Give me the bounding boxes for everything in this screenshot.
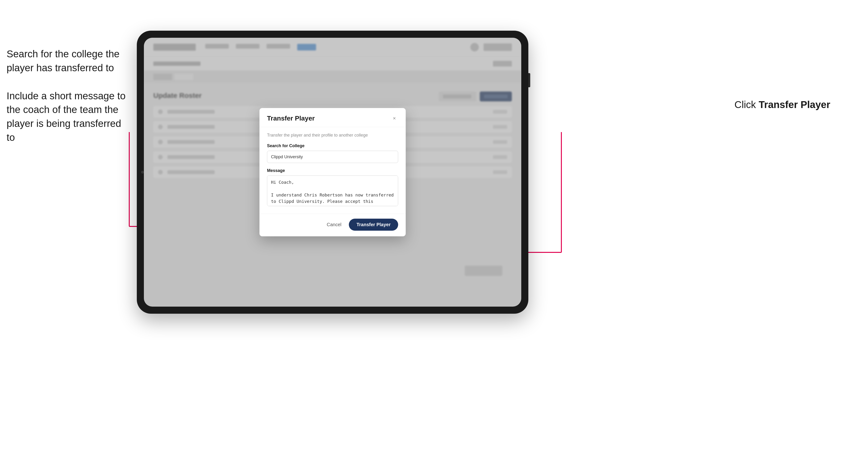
modal-footer: Cancel Transfer Player [259, 214, 406, 236]
cancel-button[interactable]: Cancel [323, 220, 345, 230]
transfer-player-modal[interactable]: Transfer Player × Transfer the player an… [259, 108, 406, 236]
search-college-label: Search for College [267, 144, 398, 148]
annotation-right-bold: Transfer Player [758, 99, 830, 110]
tablet-side-button [528, 73, 530, 87]
annotation-right: Click Transfer Player [735, 99, 830, 111]
tablet-device: Update Roster [137, 31, 528, 314]
search-college-input[interactable] [267, 151, 398, 163]
annotation-left: Search for the college the player has tr… [7, 47, 129, 159]
message-label: Message [267, 168, 398, 173]
annotation-right-prefix: Click [735, 99, 759, 110]
modal-header: Transfer Player × [259, 108, 406, 127]
tablet-camera [141, 171, 144, 174]
modal-title: Transfer Player [267, 115, 315, 122]
tablet-screen: Update Roster [144, 38, 521, 307]
modal-subtitle: Transfer the player and their profile to… [267, 133, 398, 138]
annotation-text-2: Include a short message to the coach of … [7, 89, 129, 145]
transfer-player-button[interactable]: Transfer Player [349, 219, 398, 231]
modal-overlay: Transfer Player × Transfer the player an… [144, 38, 521, 307]
annotation-text-1: Search for the college the player has tr… [7, 47, 129, 75]
modal-body: Transfer the player and their profile to… [259, 127, 406, 214]
message-textarea[interactable]: Hi Coach, I understand Chris Robertson h… [267, 176, 398, 206]
modal-close-button[interactable]: × [391, 115, 398, 122]
